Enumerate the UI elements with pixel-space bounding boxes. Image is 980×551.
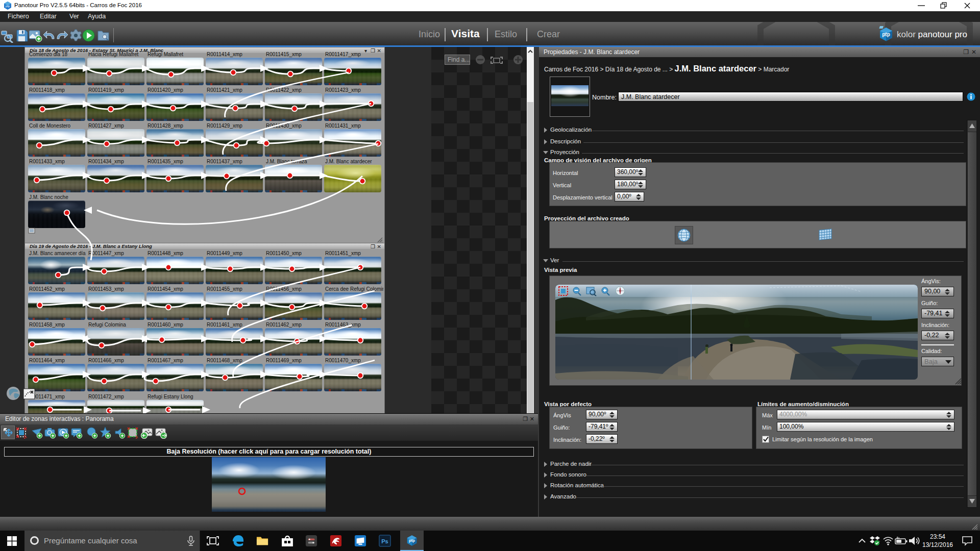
svg-text:Ps: Ps: [381, 538, 388, 544]
svg-text:ptp: ptp: [409, 538, 415, 543]
svg-text:ptp: ptp: [882, 32, 890, 37]
